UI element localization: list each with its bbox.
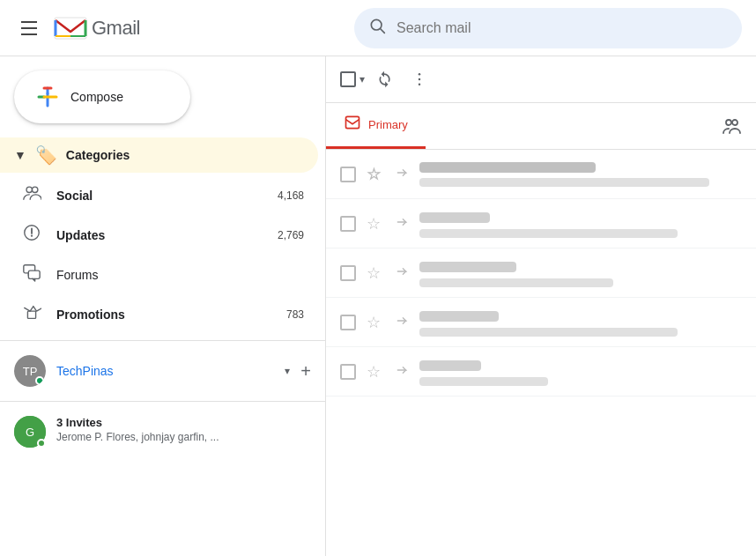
invites-row[interactable]: G 3 Invites Jerome P. Flores, johnjay ga… — [0, 409, 325, 455]
email-forward-icon[interactable] — [391, 363, 412, 381]
email-star-icon[interactable]: ☆ — [363, 165, 384, 184]
search-input[interactable] — [397, 20, 728, 36]
email-row[interactable]: ☆ — [326, 347, 756, 397]
email-row[interactable]: ☆ — [326, 298, 756, 347]
svg-point-24 — [419, 73, 421, 76]
svg-point-26 — [419, 84, 421, 86]
select-all-checkbox[interactable] — [340, 71, 356, 87]
categories-header[interactable]: ▼ 🏷️ Categories — [0, 137, 318, 173]
invites-subtitle: Jerome P. Flores, johnjay garfin, ... — [56, 431, 219, 443]
toolbar: ▾ — [326, 56, 756, 103]
email-row[interactable]: ☆ — [326, 248, 756, 298]
email-preview-blurred — [419, 328, 678, 337]
email-checkbox[interactable] — [340, 315, 356, 330]
body: Compose ▼ 🏷️ Categories Social 4,168 — [0, 56, 756, 556]
email-preview-blurred — [419, 278, 613, 287]
sidebar-item-updates[interactable]: Updates 2,769 — [0, 216, 318, 254]
chevron-down-icon: ▼ — [14, 148, 26, 162]
compose-button[interactable]: Compose — [14, 70, 190, 123]
svg-point-25 — [419, 78, 421, 81]
promotions-icon — [21, 302, 42, 326]
gmail-text: Gmail — [92, 17, 140, 40]
search-bar[interactable] — [354, 8, 742, 48]
email-row[interactable]: ☆ — [326, 199, 756, 248]
updates-label: Updates — [56, 228, 263, 242]
email-content — [419, 162, 742, 187]
gmail-m-icon — [53, 14, 88, 42]
svg-text:TP: TP — [23, 365, 38, 378]
updates-count: 2,769 — [278, 229, 304, 241]
account-name: TechPinas — [56, 364, 274, 378]
email-preview-blurred — [419, 377, 548, 386]
sidebar-divider — [0, 340, 325, 341]
svg-point-12 — [26, 187, 32, 192]
promotions-label: Promotions — [56, 308, 272, 322]
email-forward-icon[interactable] — [391, 314, 412, 331]
gmail-logo: Gmail — [53, 14, 140, 42]
search-icon — [368, 17, 386, 39]
compose-plus-icon — [35, 85, 60, 109]
social-icon — [21, 183, 42, 207]
compose-label: Compose — [70, 90, 123, 104]
invites-dot — [37, 439, 46, 448]
sidebar-divider-2 — [0, 401, 325, 402]
email-star-icon[interactable]: ☆ — [363, 263, 384, 283]
email-forward-icon[interactable] — [391, 215, 412, 233]
email-star-icon[interactable]: ☆ — [363, 313, 384, 332]
select-all-chevron-icon[interactable]: ▾ — [359, 73, 365, 85]
email-sender-blurred — [419, 212, 490, 223]
svg-text:G: G — [26, 426, 34, 439]
account-online-dot — [35, 376, 44, 385]
email-content — [419, 358, 742, 386]
more-options-button[interactable] — [404, 63, 435, 95]
email-preview-blurred — [419, 178, 709, 187]
email-checkbox[interactable] — [340, 167, 356, 182]
folder-icon: 🏷️ — [35, 145, 57, 166]
forums-icon — [21, 263, 42, 286]
email-row[interactable]: ☆ — [326, 150, 756, 199]
main-content: ▾ — [326, 56, 756, 556]
social-count: 4,168 — [278, 189, 304, 202]
updates-icon — [21, 223, 42, 247]
forums-label: Forums — [56, 268, 290, 282]
email-checkbox[interactable] — [340, 265, 356, 281]
email-list: ☆ ☆ — [326, 150, 756, 556]
header-left: Gmail — [14, 14, 340, 42]
email-sender-blurred — [419, 311, 499, 322]
account-chevron-icon: ▾ — [285, 365, 290, 377]
email-content — [419, 210, 742, 238]
social-label: Social — [56, 189, 263, 203]
select-all-wrap[interactable]: ▾ — [340, 71, 365, 87]
sidebar-item-promotions[interactable]: Promotions 783 — [0, 295, 318, 333]
email-star-icon[interactable]: ☆ — [363, 362, 384, 382]
svg-rect-19 — [27, 311, 35, 318]
email-sender-blurred — [419, 162, 596, 173]
svg-rect-18 — [28, 271, 40, 278]
primary-tab-label: Primary — [368, 118, 408, 131]
email-forward-icon[interactable] — [391, 264, 412, 282]
email-content — [419, 308, 742, 337]
sidebar: Compose ▼ 🏷️ Categories Social 4,168 — [0, 56, 326, 556]
invites-text: 3 Invites Jerome P. Flores, johnjay garf… — [56, 416, 219, 443]
email-forward-icon[interactable] — [391, 166, 412, 183]
email-sender-blurred — [419, 262, 516, 272]
tab-primary[interactable]: Primary — [326, 103, 426, 149]
sidebar-item-forums[interactable]: Forums — [0, 256, 318, 293]
svg-rect-27 — [346, 116, 359, 128]
email-sender-blurred — [419, 360, 481, 371]
hamburger-menu-button[interactable] — [14, 14, 44, 42]
people-icon-button[interactable] — [707, 108, 756, 144]
email-star-icon[interactable]: ☆ — [363, 214, 384, 234]
account-avatar: TP — [14, 355, 46, 387]
email-checkbox[interactable] — [340, 364, 356, 380]
email-checkbox[interactable] — [340, 216, 356, 232]
promotions-count: 783 — [286, 308, 304, 321]
refresh-button[interactable] — [368, 63, 400, 95]
sidebar-item-social[interactable]: Social 4,168 — [0, 176, 318, 214]
account-row[interactable]: TP TechPinas ▾ + — [0, 348, 325, 394]
tabs: Primary — [326, 103, 756, 150]
add-account-button[interactable]: + — [300, 361, 311, 382]
email-preview-blurred — [419, 229, 678, 238]
header: Gmail — [0, 0, 756, 56]
invites-count: 3 Invites — [56, 416, 219, 429]
